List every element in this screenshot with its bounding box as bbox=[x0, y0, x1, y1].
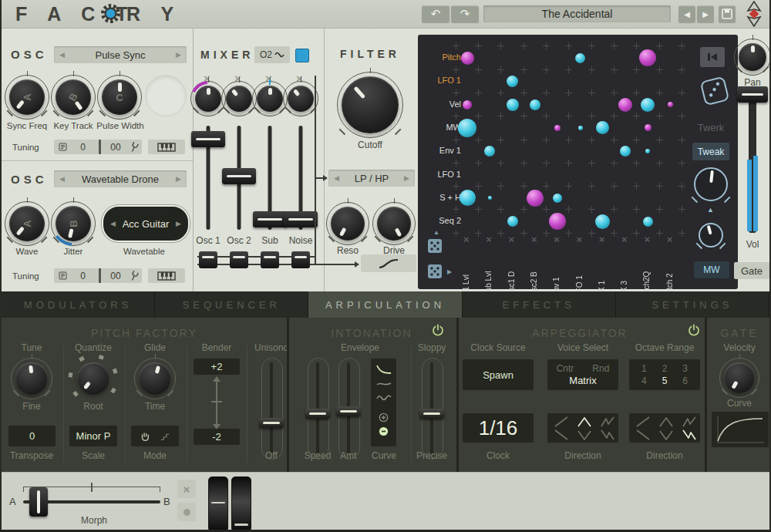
matrix-row-label[interactable]: S + H bbox=[418, 193, 461, 202]
mixer-mod-knob-3[interactable] bbox=[257, 86, 283, 112]
tab-arpiculation[interactable]: ARPICULATION bbox=[308, 291, 462, 318]
saturator-button[interactable] bbox=[361, 254, 416, 272]
matrix-mod-dot[interactable] bbox=[578, 126, 583, 130]
volume-handle[interactable] bbox=[737, 86, 768, 103]
intonation-amt-fader[interactable] bbox=[336, 362, 361, 453]
matrix-mod-dot[interactable] bbox=[643, 217, 653, 227]
matrix-column-label[interactable]: FX 3 bbox=[620, 247, 628, 297]
tweak-amount-knob[interactable] bbox=[694, 167, 728, 201]
mixer-mod-knob-2[interactable] bbox=[226, 86, 252, 112]
matrix-mod-dot[interactable] bbox=[460, 190, 476, 206]
arp-direction-downup-icon[interactable] bbox=[658, 429, 674, 441]
bender-up-value[interactable]: +2 bbox=[194, 359, 240, 375]
octave-2[interactable]: 2 bbox=[662, 363, 668, 374]
matrix-row-label[interactable]: LFO 1 bbox=[418, 170, 461, 179]
octave-range-box[interactable]: 1 2 3 4 5 6 bbox=[629, 359, 700, 390]
next-preset-button[interactable]: ▶ bbox=[697, 5, 714, 22]
matrix-mod-dot[interactable] bbox=[553, 194, 562, 203]
drive-knob[interactable] bbox=[377, 207, 411, 241]
matrix-column-clear-icon[interactable]: × bbox=[463, 234, 470, 245]
wavetable-next-icon[interactable]: ▶ bbox=[176, 220, 181, 227]
octave-1[interactable]: 1 bbox=[641, 363, 647, 374]
tune-knob[interactable] bbox=[15, 362, 48, 395]
fader-handle[interactable] bbox=[284, 211, 318, 227]
arp-direction-down-icon[interactable] bbox=[554, 429, 569, 441]
matrix-row-label[interactable]: Env 1 bbox=[418, 146, 461, 155]
osc1-wave-next-icon[interactable]: ▶ bbox=[176, 51, 181, 59]
arpeggiator-power-icon[interactable] bbox=[688, 324, 700, 336]
ch3-pan-handle[interactable] bbox=[261, 251, 279, 268]
matrix-mod-dot[interactable] bbox=[530, 99, 540, 110]
undo-button[interactable]: ↶ bbox=[422, 5, 449, 22]
arp-direction-zigup-icon[interactable] bbox=[682, 416, 697, 428]
volume-fader[interactable] bbox=[736, 86, 769, 233]
osc2-keytrack-button[interactable] bbox=[148, 268, 185, 283]
voice-option-rnd[interactable]: Rnd bbox=[592, 363, 609, 374]
matrix-mod-dot[interactable] bbox=[549, 213, 566, 230]
tab-effects[interactable]: EFFECTS bbox=[463, 291, 616, 318]
osc1-semitone-field[interactable]: 0 bbox=[54, 140, 99, 154]
tab-settings[interactable]: SETTINGS bbox=[616, 291, 769, 318]
matrix-mod-dot[interactable] bbox=[484, 146, 495, 157]
pan-knob[interactable] bbox=[739, 43, 766, 71]
ch4-pan-handle[interactable] bbox=[291, 251, 310, 268]
matrix-mod-dot[interactable] bbox=[668, 102, 673, 107]
arp-direction-zigdown-icon[interactable] bbox=[682, 429, 697, 441]
twerk-dice-icon[interactable] bbox=[699, 75, 730, 106]
matrix-mod-dot[interactable] bbox=[527, 190, 544, 207]
matrix-column-clear-icon[interactable]: × bbox=[599, 234, 605, 245]
twerk-label[interactable]: Twerk bbox=[689, 122, 732, 133]
unisono-handle[interactable] bbox=[259, 418, 284, 428]
osc2-wave-knob[interactable]: A bbox=[9, 206, 45, 241]
osc2-waveform-selector[interactable]: ◀ Wavetable Drone ▶ bbox=[54, 170, 187, 187]
matrix-mod-dot[interactable] bbox=[618, 98, 632, 112]
tweak-button[interactable]: Tweak bbox=[692, 143, 729, 160]
ch2-pan-handle[interactable] bbox=[230, 251, 248, 268]
matrix-mod-dot[interactable] bbox=[645, 124, 651, 131]
matrix-mod-dot[interactable] bbox=[488, 196, 492, 200]
arp-direction-up-icon[interactable] bbox=[554, 416, 569, 428]
noise-level-fader[interactable] bbox=[284, 126, 318, 230]
intonation-speed-fader[interactable] bbox=[305, 362, 330, 453]
osc1-waveform-selector[interactable]: ◀ Pulse Sync ▶ bbox=[54, 46, 187, 63]
osc1-wave-prev-icon[interactable]: ◀ bbox=[59, 51, 65, 59]
matrix-row-label[interactable]: Vel bbox=[418, 99, 461, 109]
matrix-mod-dot[interactable] bbox=[641, 98, 655, 112]
save-preset-icon[interactable] bbox=[719, 5, 736, 22]
matrix-mod-dot[interactable] bbox=[620, 146, 631, 157]
arp-direction-updown-icon[interactable] bbox=[577, 416, 592, 428]
osc2-semitone-field[interactable]: 0 bbox=[54, 268, 99, 283]
osc2-level-fader[interactable] bbox=[222, 126, 256, 230]
matrix-mod-dot[interactable] bbox=[461, 52, 474, 65]
filter-mode-prev-icon[interactable]: ◀ bbox=[334, 174, 339, 182]
fader-handle[interactable] bbox=[191, 131, 225, 147]
osc1-keytrack-button[interactable] bbox=[148, 140, 185, 154]
matrix-column-label[interactable]: Osc2 B bbox=[530, 247, 538, 297]
matrix-reset-button[interactable] bbox=[700, 47, 725, 67]
sloppy-fader[interactable] bbox=[419, 362, 444, 453]
matrix-mw-button[interactable]: MW bbox=[694, 261, 729, 278]
matrix-row-label[interactable]: Pitch bbox=[418, 52, 461, 62]
arp-direction-zigdown-icon[interactable] bbox=[600, 429, 615, 441]
gate-button[interactable]: Gate bbox=[734, 262, 769, 279]
redo-button[interactable]: ↷ bbox=[451, 5, 479, 22]
velocity-curve-knob[interactable] bbox=[724, 362, 755, 393]
matrix-column-label[interactable]: LFO 1 bbox=[575, 247, 584, 297]
arp-direction-up-icon[interactable] bbox=[635, 416, 651, 428]
osc2-wave-prev-icon[interactable]: ◀ bbox=[59, 175, 65, 183]
arp-direction-selector-2[interactable] bbox=[629, 413, 700, 443]
voice-select-box[interactable]: Cntr Rnd Matrix bbox=[547, 359, 618, 390]
matrix-column-label[interactable]: Osc1 D bbox=[507, 247, 516, 297]
morph-clear-button[interactable]: × bbox=[177, 480, 196, 498]
wavetable-prev-icon[interactable]: ◀ bbox=[110, 220, 116, 227]
matrix-column-clear-icon[interactable]: × bbox=[621, 234, 628, 245]
transpose-value[interactable]: 0 bbox=[8, 426, 56, 446]
mixer-mod-knob-4[interactable] bbox=[288, 86, 314, 112]
preset-name-display[interactable]: The Accidental bbox=[483, 5, 671, 22]
tab-sequencer[interactable]: SEQUENCER bbox=[155, 291, 308, 318]
reso-knob[interactable] bbox=[331, 207, 365, 241]
matrix-mod-dot[interactable] bbox=[554, 125, 561, 131]
intonation-curve-selector[interactable] bbox=[371, 359, 396, 446]
matrix-column-clear-icon[interactable]: × bbox=[644, 234, 650, 245]
octave-6[interactable]: 6 bbox=[682, 375, 688, 386]
